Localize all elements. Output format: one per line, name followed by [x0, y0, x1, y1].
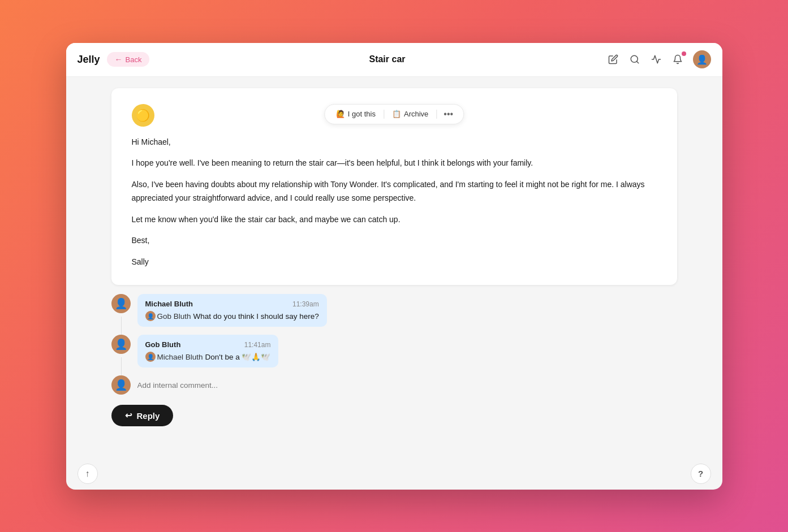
- email-card: 🟡 🙋 I got this 📋 Archive •••: [111, 88, 677, 286]
- action-divider: [384, 110, 384, 119]
- email-line-1: Hi Michael,: [132, 136, 657, 149]
- email-line-5: Best,: [132, 234, 657, 248]
- email-header-row: 🟡 🙋 I got this 📋 Archive •••: [132, 104, 657, 127]
- archive-icon: 📋: [392, 110, 401, 118]
- back-arrow-icon: ←: [115, 55, 123, 64]
- action-bar: 🙋 I got this 📋 Archive •••: [324, 104, 464, 124]
- reply-label: Reply: [137, 411, 160, 421]
- mention-avatar-gob: 👤: [145, 311, 156, 321]
- back-label: Back: [126, 55, 142, 64]
- scroll-top-icon: ↑: [85, 469, 90, 479]
- notification-badge: [682, 51, 686, 56]
- got-this-icon: 🙋: [336, 110, 345, 118]
- current-user-avatar: 👤: [111, 375, 131, 395]
- bottom-bar: ↑ ?: [66, 458, 722, 490]
- notifications-icon[interactable]: [671, 53, 684, 66]
- comment-1-author: Michael Bluth: [145, 300, 193, 308]
- conversation-title: Stair car: [168, 54, 607, 64]
- comment-1-avatar: 👤: [111, 294, 131, 313]
- thread-section: 👤 Michael Bluth 11:39am 👤 Gob Bluth What…: [111, 285, 677, 399]
- comment-2-mention: 👤 Michael Bluth: [145, 352, 203, 362]
- thread-comment-1: 👤 Michael Bluth 11:39am 👤 Gob Bluth What…: [111, 294, 677, 335]
- email-line-6: Sally: [132, 256, 657, 269]
- email-line-2: I hope you're well. I've been meaning to…: [132, 157, 657, 170]
- comment-2-text: 👤 Michael Bluth Don't be a 🕊️🙏🕊️: [145, 352, 271, 362]
- help-icon: ?: [698, 469, 703, 478]
- email-line-3: Also, I've been having doubts about my r…: [132, 178, 657, 205]
- archive-label: Archive: [404, 110, 428, 118]
- main-content: 🟡 🙋 I got this 📋 Archive •••: [66, 77, 722, 458]
- header-left: Jelly ← Back: [77, 52, 168, 67]
- user-avatar-face: 👤: [696, 54, 708, 65]
- more-actions-button[interactable]: •••: [440, 107, 457, 121]
- header: Jelly ← Back Stair car: [66, 43, 722, 77]
- got-this-label: I got this: [348, 110, 376, 118]
- comment-2-author: Gob Bluth: [145, 340, 181, 349]
- action-divider-2: [436, 110, 437, 119]
- comment-1-meta: Michael Bluth 11:39am: [145, 300, 319, 308]
- got-this-button[interactable]: 🙋 I got this: [331, 108, 380, 120]
- archive-button[interactable]: 📋 Archive: [387, 108, 433, 120]
- compose-icon[interactable]: [607, 53, 619, 66]
- add-comment-input[interactable]: [137, 381, 677, 390]
- comment-2-time: 11:41am: [244, 341, 271, 349]
- app-logo: Jelly: [77, 54, 100, 66]
- header-actions: 👤: [607, 50, 711, 68]
- scroll-top-button[interactable]: ↑: [77, 464, 98, 484]
- thread-comment-2: 👤 Gob Bluth 11:41am 👤 Michael Bluth Don'…: [111, 335, 677, 375]
- search-icon[interactable]: [628, 53, 641, 66]
- mention-avatar-michael: 👤: [145, 352, 156, 362]
- comment-1-bubble: Michael Bluth 11:39am 👤 Gob Bluth What d…: [137, 294, 327, 327]
- activity-icon[interactable]: [650, 53, 662, 66]
- back-button[interactable]: ← Back: [107, 52, 150, 67]
- comment-1-time: 11:39am: [292, 300, 319, 308]
- help-button[interactable]: ?: [691, 464, 711, 484]
- reply-section: ↩ Reply: [111, 399, 677, 438]
- email-body: Hi Michael, I hope you're well. I've bee…: [132, 136, 657, 270]
- sender-avatar: 🟡: [132, 104, 154, 127]
- comment-2-meta: Gob Bluth 11:41am: [145, 340, 271, 349]
- more-icon: •••: [443, 109, 453, 119]
- app-window: Jelly ← Back Stair car: [66, 43, 722, 490]
- reply-button[interactable]: ↩ Reply: [111, 405, 174, 426]
- comment-1-mention: 👤 Gob Bluth: [145, 311, 191, 321]
- comment-2-bubble: Gob Bluth 11:41am 👤 Michael Bluth Don't …: [137, 335, 279, 367]
- comment-2-avatar: 👤: [111, 335, 131, 354]
- comment-1-text: 👤 Gob Bluth What do you think I should s…: [145, 311, 319, 321]
- user-avatar[interactable]: 👤: [693, 50, 711, 68]
- email-line-4: Let me know when you'd like the stair ca…: [132, 213, 657, 227]
- reply-icon: ↩: [125, 410, 132, 421]
- svg-line-1: [636, 61, 638, 63]
- add-comment-row: 👤: [111, 375, 677, 399]
